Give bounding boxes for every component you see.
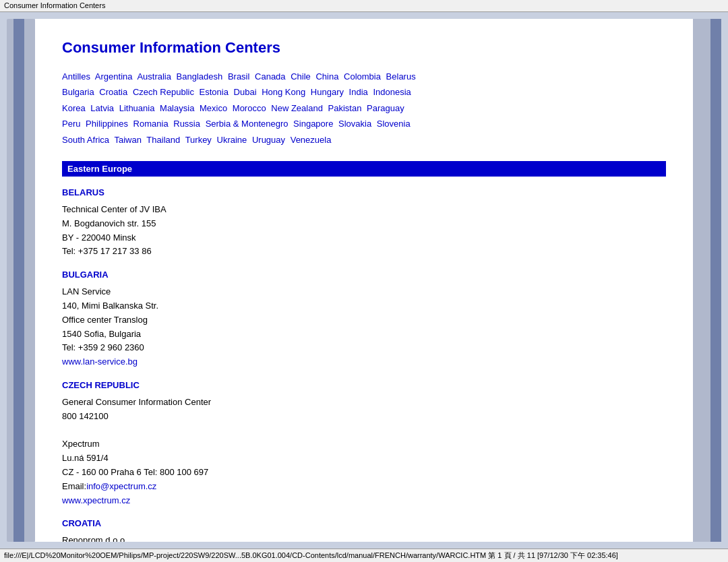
left-sidebar-inner (13, 19, 24, 542)
nav-link-brasil[interactable]: Brasil (228, 71, 250, 82)
lan-service-link[interactable]: www.lan-service.bg (62, 356, 138, 367)
nav-link-mexico[interactable]: Mexico (200, 103, 227, 113)
nav-link-venezuela[interactable]: Venezuela (291, 135, 332, 145)
nav-link-paraguay[interactable]: Paraguay (367, 103, 404, 113)
nav-link-bangladesh[interactable]: Bangladesh (177, 71, 223, 82)
nav-link-slovenia[interactable]: Slovenia (377, 119, 411, 129)
page-title: Consumer Information Centers (62, 39, 666, 57)
title-bar: Consumer Information Centers (0, 0, 728, 12)
nav-link-bulgaria[interactable]: Bulgaria (62, 87, 94, 97)
xpectrum-email-link[interactable]: info@xpectrum.cz (86, 481, 156, 491)
nav-link-morocco[interactable]: Morocco (233, 103, 266, 113)
country-info-croatia: Renoprom d.o.o. Mlinska 5, Strmec HR - 4… (62, 534, 666, 542)
country-title-croatia: CROATIA (62, 518, 666, 528)
nav-link-singapore[interactable]: Singapore (293, 119, 333, 129)
nav-link-canada[interactable]: Canada (255, 71, 286, 82)
nav-link-czech-republic[interactable]: Czech Republic (133, 87, 194, 97)
right-sidebar-inner (710, 19, 721, 542)
nav-link-hong-kong[interactable]: Hong Kong (262, 87, 305, 97)
nav-link-colombia[interactable]: Colombia (344, 71, 381, 82)
nav-link-serbia[interactable]: Serbia & Montenegro (206, 119, 289, 129)
country-title-czech: CZECH REPUBLIC (62, 380, 666, 390)
country-info-bulgaria: LAN Service 140, Mimi Balkanska Str. Off… (62, 285, 666, 369)
nav-link-turkey[interactable]: Turkey (185, 135, 212, 145)
main-content: Consumer Information Centers Antilles Ar… (35, 19, 693, 542)
nav-link-indonesia[interactable]: Indonesia (373, 87, 411, 97)
country-info-czech: General Consumer Information Center 800 … (62, 396, 666, 507)
nav-link-thailand[interactable]: Thailand (146, 135, 180, 145)
country-section-bulgaria: BULGARIA LAN Service 140, Mimi Balkanska… (62, 270, 666, 369)
nav-link-croatia[interactable]: Croatia (99, 87, 127, 97)
nav-link-taiwan[interactable]: Taiwan (115, 135, 142, 145)
nav-link-chile[interactable]: Chile (291, 71, 311, 82)
nav-link-romania[interactable]: Romania (133, 119, 169, 129)
nav-link-australia[interactable]: Australia (137, 71, 171, 82)
nav-link-lithuania[interactable]: Lithuania (119, 103, 155, 113)
country-section-belarus: BELARUS Technical Center of JV IBA M. Bo… (62, 187, 666, 259)
country-info-belarus: Technical Center of JV IBA M. Bogdanovic… (62, 203, 666, 259)
country-title-belarus: BELARUS (62, 187, 666, 197)
xpectrum-web-link[interactable]: www.xpectrum.cz (62, 495, 130, 505)
nav-link-new-zealand[interactable]: New Zealand (271, 103, 323, 113)
left-sidebar (7, 19, 35, 542)
nav-link-argentina[interactable]: Argentina (95, 71, 133, 82)
nav-link-ukraine[interactable]: Ukraine (217, 135, 247, 145)
title-bar-text: Consumer Information Centers (4, 1, 105, 9)
nav-link-dubai[interactable]: Dubai (234, 87, 257, 97)
nav-link-uruguay[interactable]: Uruguay (252, 135, 285, 145)
status-bar: file:///E|/LCD%20Monitor%20OEM/Philips/M… (0, 549, 728, 562)
country-section-croatia: CROATIA Renoprom d.o.o. Mlinska 5, Strme… (62, 518, 666, 542)
country-title-bulgaria: BULGARIA (62, 270, 666, 280)
nav-link-belarus[interactable]: Belarus (386, 71, 416, 82)
nav-link-hungary[interactable]: Hungary (311, 87, 344, 97)
section-header: Eastern Europe (62, 161, 666, 177)
nav-link-korea[interactable]: Korea (62, 103, 86, 113)
nav-link-slovakia[interactable]: Slovakia (338, 119, 371, 129)
nav-link-south-africa[interactable]: South Africa (62, 135, 109, 145)
status-bar-text: file:///E|/LCD%20Monitor%20OEM/Philips/M… (4, 551, 618, 559)
nav-link-peru[interactable]: Peru (62, 119, 80, 129)
country-section-czech: CZECH REPUBLIC General Consumer Informat… (62, 380, 666, 507)
nav-link-malaysia[interactable]: Malaysia (160, 103, 194, 113)
nav-link-russia[interactable]: Russia (173, 119, 200, 129)
nav-link-india[interactable]: India (349, 87, 368, 97)
nav-links: Antilles Argentina Australia Bangladesh … (62, 69, 666, 148)
right-sidebar (693, 19, 721, 542)
nav-link-philippines[interactable]: Philippines (86, 119, 128, 129)
nav-link-latvia[interactable]: Latvia (90, 103, 114, 113)
nav-link-china[interactable]: China (315, 71, 338, 82)
nav-link-estonia[interactable]: Estonia (200, 87, 229, 97)
nav-link-antilles[interactable]: Antilles (62, 71, 90, 82)
nav-link-pakistan[interactable]: Pakistan (328, 103, 362, 113)
